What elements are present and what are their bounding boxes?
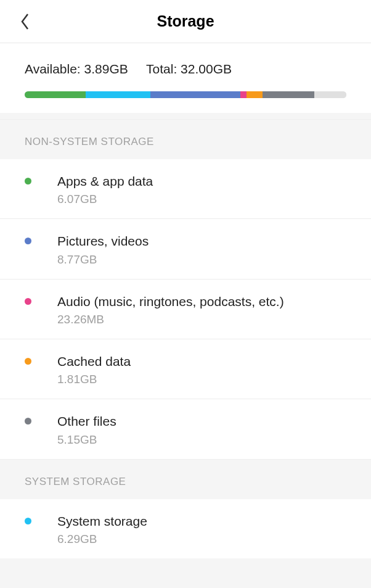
storage-bar-segment bbox=[263, 91, 314, 98]
page-title: Storage bbox=[157, 12, 214, 30]
item-content: Other files5.15GB bbox=[57, 413, 346, 446]
total-value: 32.00GB bbox=[181, 62, 232, 76]
list-item[interactable]: System storage6.29GB bbox=[0, 499, 371, 558]
item-size: 6.29GB bbox=[57, 532, 346, 546]
item-title: System storage bbox=[57, 513, 346, 530]
storage-bar-segment bbox=[150, 91, 240, 98]
storage-bar bbox=[25, 91, 346, 98]
header: Storage bbox=[0, 0, 371, 43]
item-title: Other files bbox=[57, 413, 346, 430]
list-item[interactable]: Apps & app data6.07GB bbox=[0, 159, 371, 219]
available-value: 3.89GB bbox=[84, 62, 128, 76]
list-item[interactable]: Other files5.15GB bbox=[0, 399, 371, 458]
list-item[interactable]: Pictures, videos8.77GB bbox=[0, 219, 371, 279]
category-dot-icon bbox=[25, 178, 31, 184]
item-content: System storage6.29GB bbox=[57, 513, 346, 546]
storage-list: Apps & app data6.07GBPictures, videos8.7… bbox=[0, 159, 371, 459]
available-label: Available: bbox=[25, 62, 81, 76]
category-dot-icon bbox=[25, 518, 31, 524]
list-item[interactable]: Cached data1.81GB bbox=[0, 339, 371, 399]
section-header: SYSTEM STORAGE bbox=[0, 459, 371, 499]
item-title: Apps & app data bbox=[57, 173, 346, 190]
storage-summary-text: Available: 3.89GB Total: 32.00GB bbox=[25, 62, 346, 77]
item-title: Pictures, videos bbox=[57, 233, 346, 250]
total-label: Total: bbox=[146, 62, 177, 76]
item-content: Apps & app data6.07GB bbox=[57, 173, 346, 206]
item-content: Pictures, videos8.77GB bbox=[57, 233, 346, 266]
item-size: 1.81GB bbox=[57, 373, 346, 386]
storage-bar-segment bbox=[247, 91, 263, 98]
category-dot-icon bbox=[25, 238, 31, 244]
category-dot-icon bbox=[25, 358, 31, 365]
item-size: 23.26MB bbox=[57, 313, 346, 326]
storage-bar-segment bbox=[240, 91, 247, 98]
section-header: NON-SYSTEM STORAGE bbox=[0, 119, 371, 159]
item-size: 8.77GB bbox=[57, 253, 346, 267]
storage-bar-segment bbox=[25, 91, 86, 98]
item-title: Audio (music, ringtones, podcasts, etc.) bbox=[57, 293, 346, 310]
storage-bar-segment bbox=[86, 91, 150, 98]
item-size: 5.15GB bbox=[57, 433, 346, 447]
item-size: 6.07GB bbox=[57, 193, 346, 206]
storage-list: System storage6.29GB bbox=[0, 499, 371, 558]
spacer bbox=[0, 113, 371, 119]
category-dot-icon bbox=[25, 418, 31, 424]
category-dot-icon bbox=[25, 298, 31, 305]
storage-summary: Available: 3.89GB Total: 32.00GB bbox=[0, 43, 371, 113]
item-content: Cached data1.81GB bbox=[57, 353, 346, 386]
item-title: Cached data bbox=[57, 353, 346, 370]
back-icon[interactable] bbox=[18, 15, 32, 28]
list-item[interactable]: Audio (music, ringtones, podcasts, etc.)… bbox=[0, 280, 371, 339]
item-content: Audio (music, ringtones, podcasts, etc.)… bbox=[57, 293, 346, 326]
storage-bar-segment bbox=[314, 91, 346, 98]
